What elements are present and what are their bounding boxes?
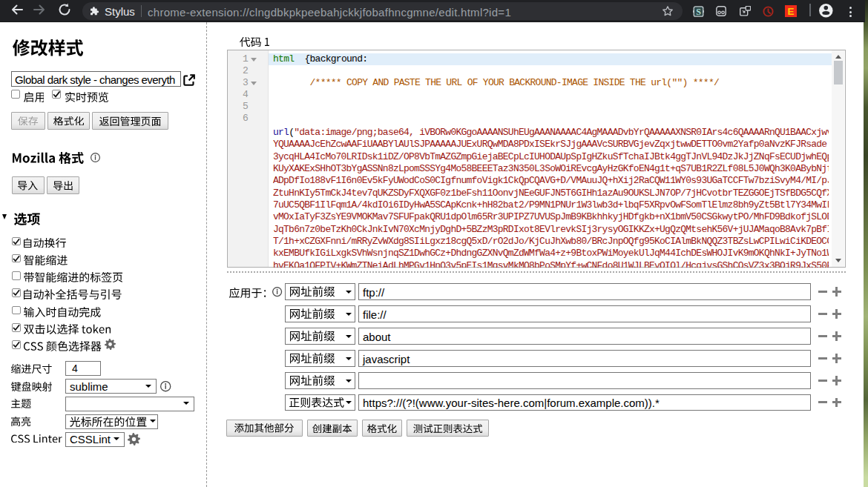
svg-text:E: E [787,6,794,17]
svg-text:S: S [696,7,701,17]
